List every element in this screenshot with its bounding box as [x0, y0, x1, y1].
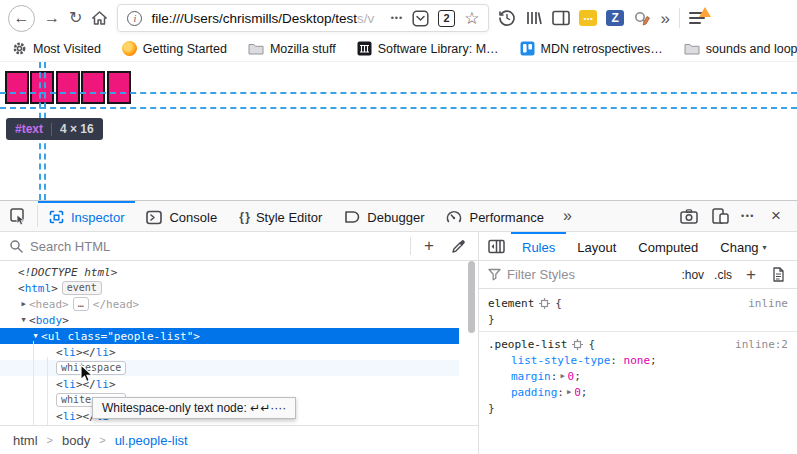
bookmarks-bar: Most Visited Getting Started Mozilla stu…	[0, 36, 797, 62]
library-button[interactable]	[525, 10, 543, 26]
tree-row-head[interactable]: ▶ <head> … </head>	[0, 296, 459, 312]
pseudo-class-toggle[interactable]: :hov	[679, 268, 706, 282]
tree-row-li[interactable]: <li></li>	[0, 344, 459, 360]
tabs-overflow-button[interactable]: »	[555, 201, 580, 231]
tab-label: Console	[169, 210, 217, 225]
rule-close-brace: }	[479, 400, 797, 416]
site-info-icon[interactable]: i	[127, 11, 142, 26]
tree-row-li[interactable]: <li></li>	[0, 376, 459, 392]
home-icon	[91, 10, 108, 26]
debugger-icon	[344, 210, 360, 224]
print-simulation-button[interactable]	[768, 263, 788, 287]
zotero-icon[interactable]: Z	[606, 10, 624, 26]
bookmark-label: Mozilla stuff	[270, 42, 336, 56]
tab-performance[interactable]: Performance	[435, 201, 554, 231]
forward-button[interactable]: →	[44, 10, 60, 26]
collapse-arrow-icon[interactable]: ▼	[30, 332, 41, 340]
rule-selector[interactable]: element	[488, 297, 534, 310]
breadcrumb-item-ul[interactable]: ul.people-list	[115, 433, 188, 448]
rules-panel: Rules Layout Computed Chang ▾ :hov .cls …	[479, 232, 797, 454]
pick-element-button[interactable]	[0, 201, 37, 231]
add-rule-button[interactable]: +	[740, 265, 762, 285]
screenshot-button[interactable]	[676, 204, 702, 228]
url-bar[interactable]: i file:///Users/chrismills/Desktop/tests…	[117, 4, 489, 32]
rule-source-link[interactable]: inline	[748, 297, 788, 310]
devtools-toolbar: Inspector Console { } Style Editor Debug…	[0, 201, 797, 232]
tab-changes[interactable]: Chang ▾	[709, 232, 777, 260]
bookmark-star-icon[interactable]: ☆	[464, 8, 479, 29]
pocket-icon[interactable]	[412, 10, 429, 27]
firefox-icon	[122, 41, 137, 56]
tab-layout[interactable]: Layout	[566, 232, 627, 260]
tree-row-ul-selected[interactable]: ▼ <ul class="people-list">	[0, 328, 459, 344]
url-text[interactable]: file:///Users/chrismills/Desktop/tests/v	[151, 11, 381, 26]
markup-scrollbar[interactable]	[468, 261, 475, 333]
forward-icon: →	[44, 10, 60, 26]
home-button[interactable]	[91, 10, 108, 26]
devtools-menu-button[interactable]: •••	[735, 204, 761, 228]
rule-source-link[interactable]: inline:2	[735, 338, 788, 351]
bookmark-software-library[interactable]: Software Library: M…	[357, 41, 499, 56]
bookmark-getting-started[interactable]: Getting Started	[122, 41, 227, 56]
css-property[interactable]: list-style-type: none;	[479, 352, 797, 368]
responsive-design-button[interactable]	[707, 204, 733, 228]
indent-guide	[47, 357, 48, 425]
camera-icon	[680, 209, 698, 224]
sidebar-button[interactable]	[552, 10, 570, 26]
trello-icon	[520, 41, 535, 56]
extension-yellow-icon[interactable]: •••	[579, 10, 597, 26]
filter-styles-input[interactable]	[507, 267, 673, 282]
devtools-close-button[interactable]: ×	[763, 204, 789, 228]
breadcrumb: html > body > ul.people-list	[0, 425, 478, 454]
history-button[interactable]	[498, 9, 516, 27]
tab-inspector[interactable]: Inspector	[38, 201, 135, 231]
tab-style-editor[interactable]: { } Style Editor	[228, 201, 333, 231]
tree-row-doctype[interactable]: <!DOCTYPE html>	[0, 264, 459, 280]
edit-search-button[interactable]	[633, 10, 651, 27]
tab-console[interactable]: Console	[135, 201, 228, 231]
rule-selector[interactable]: .people-list	[488, 338, 567, 351]
page-viewport: #text 4 × 16	[0, 62, 797, 200]
css-property[interactable]: padding:▶0;	[479, 384, 797, 400]
breadcrumb-item-body[interactable]: body	[62, 433, 90, 448]
bookmark-most-visited[interactable]: Most Visited	[12, 41, 101, 56]
tab-rules[interactable]: Rules	[511, 232, 566, 260]
tree-row-whitespace[interactable]: whitespace	[0, 360, 459, 376]
highlight-target-icon[interactable]	[539, 298, 550, 309]
expand-arrow-icon[interactable]: ▶	[18, 300, 29, 308]
page-actions-icon[interactable]: •••	[391, 13, 403, 23]
add-node-button[interactable]: +	[418, 236, 440, 256]
collapse-arrow-icon[interactable]: ▼	[18, 316, 29, 324]
class-toggle[interactable]: .cls	[712, 268, 734, 282]
reload-button[interactable]: ↻	[69, 10, 82, 26]
breadcrumb-item-html[interactable]: html	[13, 433, 38, 448]
tree-row-html[interactable]: <html> event	[0, 280, 459, 296]
collapse-sidebar-button[interactable]	[481, 232, 511, 260]
tab-computed[interactable]: Computed	[627, 232, 709, 260]
highlight-target-icon[interactable]	[572, 339, 583, 350]
expand-property-icon[interactable]: ▶	[567, 388, 571, 396]
node-infobar: #text 4 × 16	[6, 118, 103, 140]
bookmark-sounds-and-loops[interactable]: sounds and loops	[684, 42, 797, 56]
filter-icon	[488, 268, 501, 281]
tab-label: Rules	[522, 240, 555, 255]
toolbar-overflow-button[interactable]: »	[660, 10, 669, 27]
back-button[interactable]: ←	[8, 5, 35, 32]
inline-ellipsis-badge[interactable]: …	[73, 297, 89, 311]
menu-button[interactable]	[689, 11, 707, 25]
bookmark-mdn-retrospectives[interactable]: MDN retrospectives…	[520, 41, 663, 56]
bookmark-label: Software Library: M…	[378, 42, 499, 56]
eyedropper-button[interactable]	[447, 234, 469, 258]
tree-row-body[interactable]: ▼ <body>	[0, 312, 459, 328]
css-property[interactable]: margin:▶0;	[479, 368, 797, 384]
search-html-input[interactable]	[30, 239, 403, 254]
bookmark-mozilla-stuff[interactable]: Mozilla stuff	[248, 42, 336, 56]
event-badge[interactable]: event	[62, 281, 102, 295]
folder-icon	[684, 42, 700, 55]
pink-square	[30, 71, 54, 104]
markup-panel: + <!DOCTYPE html> <html> event	[0, 232, 479, 454]
tab-debugger[interactable]: Debugger	[333, 201, 435, 231]
extension-2-icon[interactable]: 2	[438, 10, 455, 27]
tab-label: Style Editor	[256, 210, 322, 225]
expand-property-icon[interactable]: ▶	[560, 372, 564, 380]
